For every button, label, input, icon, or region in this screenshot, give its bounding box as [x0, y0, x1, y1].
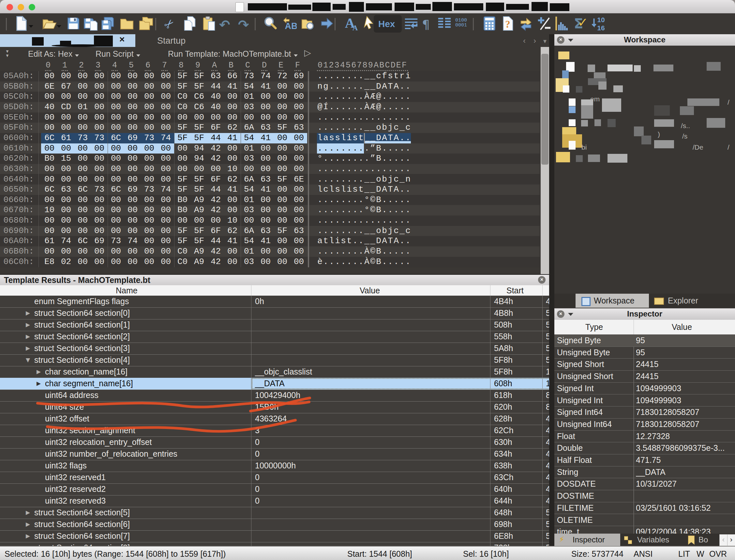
- hex-byte[interactable]: 00: [108, 143, 124, 154]
- hex-byte[interactable]: A9: [191, 246, 207, 257]
- ascii-char[interactable]: .: [352, 143, 358, 154]
- ascii-char[interactable]: .: [352, 257, 358, 267]
- hex-byte[interactable]: 5F: [174, 81, 191, 92]
- ascii-char[interactable]: .: [340, 174, 346, 185]
- hex-byte[interactable]: 41: [257, 236, 274, 246]
- hex-byte[interactable]: 00: [257, 257, 274, 267]
- template-row[interactable]: uint32 reserved1063Ch4h: [0, 472, 553, 484]
- hex-byte[interactable]: C0: [174, 102, 191, 112]
- hex-row[interactable]: 06A0h:61746C69737400005F5F444154410000at…: [0, 236, 540, 246]
- close-template-results-icon[interactable]: ×: [538, 276, 546, 284]
- status-endianness[interactable]: LIT: [678, 549, 690, 559]
- hex-byte[interactable]: 5F: [191, 71, 207, 81]
- hex-byte[interactable]: 00: [41, 195, 58, 205]
- hex-byte[interactable]: 74: [157, 133, 174, 143]
- ascii-char[interactable]: .: [340, 205, 346, 215]
- ascii-char[interactable]: .: [358, 92, 364, 102]
- ascii-char[interactable]: .: [358, 236, 364, 246]
- ascii-char[interactable]: .: [329, 164, 334, 174]
- hex-byte[interactable]: 00: [157, 143, 174, 154]
- hex-byte[interactable]: 00: [157, 174, 174, 185]
- hex-byte[interactable]: 00: [124, 143, 141, 154]
- ascii-char[interactable]: .: [352, 226, 358, 236]
- template-row[interactable]: ▶char section_name[16]__objc_classlist5F…: [0, 366, 553, 378]
- hex-byte[interactable]: 00: [41, 143, 58, 154]
- ascii-char[interactable]: .: [393, 154, 399, 164]
- ascii-char[interactable]: b: [382, 174, 388, 185]
- hex-byte[interactable]: 00: [58, 123, 74, 133]
- hex-byte[interactable]: 00: [290, 215, 307, 226]
- ascii-char[interactable]: .: [317, 71, 323, 81]
- ascii-char[interactable]: o: [376, 226, 382, 236]
- hex-byte[interactable]: 00: [41, 174, 58, 185]
- hex-byte[interactable]: 6A: [241, 226, 257, 236]
- hex-byte[interactable]: 41: [257, 81, 274, 92]
- hex-byte[interactable]: 00: [274, 102, 290, 112]
- hex-byte[interactable]: 00: [141, 205, 157, 215]
- ascii-char[interactable]: .: [317, 205, 323, 215]
- ascii-char[interactable]: c: [323, 184, 329, 195]
- hex-byte[interactable]: 00: [141, 102, 157, 112]
- ascii-char[interactable]: Æ: [370, 92, 376, 102]
- hex-byte[interactable]: 5F: [174, 71, 191, 81]
- hex-byte[interactable]: 00: [257, 102, 274, 112]
- ascii-char[interactable]: .: [323, 226, 329, 236]
- hex-byte[interactable]: 00: [91, 174, 108, 185]
- ascii-char[interactable]: _: [370, 81, 376, 92]
- ascii-char[interactable]: j: [388, 174, 393, 185]
- open-file-icon[interactable]: [42, 16, 57, 32]
- ascii-char[interactable]: _: [370, 133, 376, 143]
- inspector-value[interactable]: 95: [636, 334, 734, 346]
- ascii-char[interactable]: _: [364, 71, 370, 81]
- hex-byte[interactable]: 5F: [191, 133, 207, 143]
- copy-icon[interactable]: [183, 16, 198, 32]
- ascii-char[interactable]: .: [393, 92, 399, 102]
- hex-byte[interactable]: 00: [141, 143, 157, 154]
- ascii-char[interactable]: .: [334, 102, 340, 112]
- ascii-char[interactable]: .: [382, 92, 388, 102]
- hex-byte[interactable]: 5F: [274, 174, 290, 185]
- ascii-char[interactable]: t: [323, 236, 329, 246]
- inspector-value[interactable]: 24415: [636, 358, 734, 370]
- ascii-char[interactable]: .: [329, 205, 334, 215]
- ascii-char[interactable]: .: [399, 164, 405, 174]
- hex-byte[interactable]: 00: [124, 215, 141, 226]
- hex-byte[interactable]: 40: [207, 102, 224, 112]
- ascii-char[interactable]: a: [323, 133, 329, 143]
- save-all-icon[interactable]: [100, 16, 115, 32]
- tab-variables[interactable]: Variables: [620, 534, 684, 546]
- template-row[interactable]: ▶struct Section64 section[0]4B8h50h: [0, 307, 553, 319]
- hex-byte[interactable]: 00: [58, 246, 74, 257]
- ascii-char[interactable]: .: [317, 112, 323, 123]
- ascii-char[interactable]: .: [393, 257, 399, 267]
- hex-byte[interactable]: 00: [74, 123, 91, 133]
- ascii-char[interactable]: .: [352, 154, 358, 164]
- hex-byte[interactable]: 00: [58, 164, 74, 174]
- hex-byte[interactable]: 00: [74, 112, 91, 123]
- hex-byte[interactable]: 62: [224, 226, 241, 236]
- ascii-char[interactable]: .: [358, 112, 364, 123]
- ascii-char[interactable]: .: [399, 195, 405, 205]
- ascii-char[interactable]: .: [317, 174, 323, 185]
- undo-icon[interactable]: ↶: [218, 16, 233, 32]
- template-row[interactable]: ▶struct Section64 section[1]508h50h: [0, 319, 553, 331]
- hex-byte[interactable]: 00: [224, 205, 241, 215]
- ascii-char[interactable]: _: [370, 226, 376, 236]
- hex-byte[interactable]: 00: [141, 71, 157, 81]
- hex-byte[interactable]: 54: [241, 184, 257, 195]
- hex-byte[interactable]: 00: [290, 164, 307, 174]
- hex-byte[interactable]: 00: [157, 195, 174, 205]
- inspector-row[interactable]: FILETIME03/25/1601 03:16:52: [554, 502, 735, 514]
- hex-byte[interactable]: 00: [124, 81, 141, 92]
- ascii-char[interactable]: .: [329, 81, 334, 92]
- template-row[interactable]: uint32 reserved30644h4h: [0, 495, 553, 507]
- hex-byte[interactable]: A9: [191, 205, 207, 215]
- ascii-char[interactable]: l: [340, 133, 346, 143]
- save-icon[interactable]: [66, 16, 81, 32]
- hex-row[interactable]: 0670h:1000000000000000B0A9420003000000..…: [0, 205, 540, 215]
- ascii-char[interactable]: .: [358, 246, 364, 257]
- ascii-char[interactable]: .: [346, 226, 352, 236]
- template-row[interactable]: uint32 reserved20640h4h: [0, 483, 553, 495]
- hex-byte[interactable]: 94: [191, 143, 207, 154]
- ascii-char[interactable]: Æ: [370, 102, 376, 112]
